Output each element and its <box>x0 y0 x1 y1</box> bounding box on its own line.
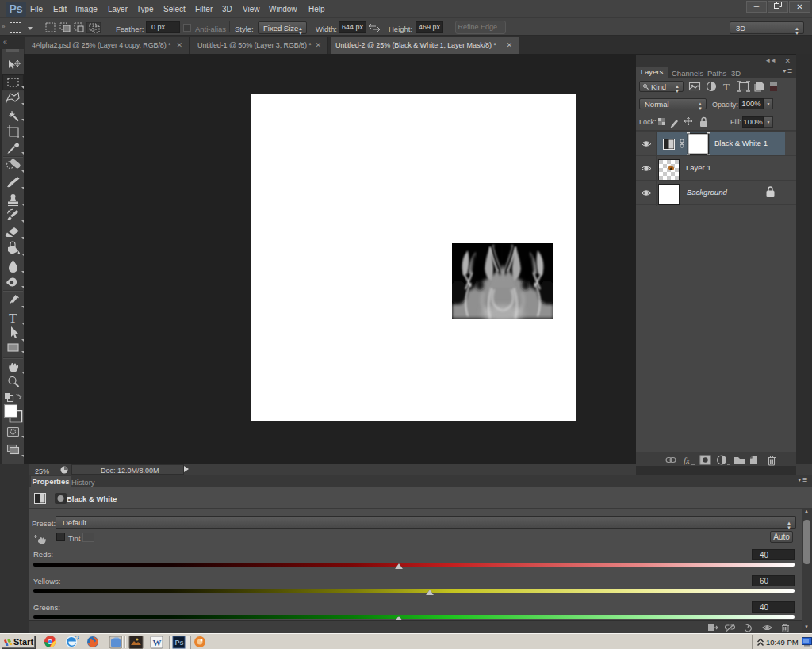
svg-text:T: T <box>9 311 17 326</box>
svg-text:Layer 1: Layer 1 <box>686 163 711 172</box>
svg-text:Black & White 1: Black & White 1 <box>714 139 768 147</box>
svg-text:Background: Background <box>687 188 727 197</box>
svg-text:Ps: Ps <box>175 639 184 647</box>
svg-text:fx: fx <box>684 456 690 465</box>
svg-text:W: W <box>153 638 162 647</box>
svg-text:T: T <box>723 81 730 92</box>
